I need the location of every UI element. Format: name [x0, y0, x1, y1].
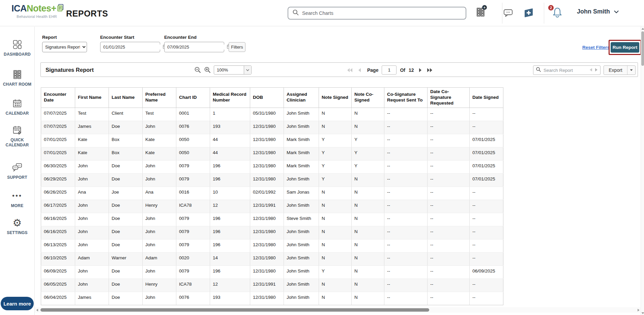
table-cell: John Smith — [284, 252, 319, 265]
first-page-button[interactable] — [347, 67, 353, 73]
table-cell: John — [143, 265, 176, 279]
column-header: Last Name — [109, 88, 143, 108]
table-cell: 07/01/2025 — [41, 134, 75, 147]
table-cell: 196 — [210, 173, 250, 187]
table-cell: -- — [428, 108, 470, 121]
export-button[interactable]: Export — [604, 65, 636, 75]
horizontal-scroll-thumb[interactable] — [40, 308, 429, 312]
new-chart-icon[interactable] — [521, 5, 536, 21]
table-cell: Y — [352, 134, 384, 147]
sidebar-item-chart-room[interactable]: CHART ROOM — [0, 69, 34, 87]
table-cell: 06/05/2025 — [41, 279, 75, 292]
table-cell: Steve Smith — [284, 213, 319, 226]
previous-page-button[interactable] — [356, 67, 362, 73]
table-cell: 07/07/2025 — [41, 121, 75, 134]
table-cell: 12/31/1980 — [250, 173, 284, 187]
scroll-left-arrow[interactable] — [35, 308, 39, 312]
table-cell: Adam — [75, 252, 109, 265]
table-cell: 12/31/1980 — [250, 213, 284, 226]
encounter-start-input[interactable] — [103, 45, 163, 50]
table-cell: 1 — [210, 108, 250, 121]
table-cell: N — [352, 187, 384, 200]
sidebar-item-more[interactable]: ••• MORE — [0, 191, 34, 208]
vertical-scrollbar[interactable] — [641, 27, 644, 315]
column-header: Chart ID — [176, 88, 210, 108]
vertical-scroll-thumb[interactable] — [641, 31, 644, 66]
chart-room-icon — [0, 69, 34, 81]
table-cell: Doe — [109, 173, 143, 187]
table-cell: 07/01/2025 — [41, 147, 75, 160]
table-cell: 0079 — [176, 213, 210, 226]
table-cell: N — [352, 121, 384, 134]
table-cell: John Smith — [284, 239, 319, 252]
column-header: Date Signed — [470, 88, 503, 108]
sidebar-item-label: CALENDAR — [0, 111, 34, 116]
zoom-out-icon[interactable] — [194, 66, 201, 75]
filters-button[interactable]: Filters — [229, 42, 245, 52]
last-page-button[interactable] — [427, 67, 433, 73]
table-cell: -- — [428, 292, 470, 305]
table-cell: 0050 — [176, 134, 210, 147]
table-cell: 12/31/1991 — [250, 200, 284, 213]
zoom-caret-button[interactable] — [244, 66, 251, 74]
table-cell: John — [143, 239, 176, 252]
encounter-end-input[interactable] — [167, 45, 227, 50]
table-cell: 12/31/1991 — [250, 279, 284, 292]
search-report-input[interactable] — [544, 68, 580, 73]
sidebar-item-calendar[interactable]: CALENDAR — [0, 98, 34, 116]
table-cell: N — [352, 173, 384, 187]
scroll-down-arrow[interactable] — [641, 311, 644, 315]
sidebar-item-settings[interactable]: ⚙ SETTINGS — [0, 218, 34, 235]
dashboard-icon — [0, 39, 34, 51]
table-cell: 12/31/1980 — [250, 121, 284, 134]
messages-button[interactable] — [501, 5, 516, 21]
table-cell: -- — [384, 213, 428, 226]
scroll-right-arrow[interactable] — [637, 308, 640, 312]
chart-rack-button[interactable]: + — [473, 5, 488, 21]
table-cell: Y — [319, 265, 352, 279]
sidebar-item-label: CHART ROOM — [0, 82, 34, 87]
zoom-level-select[interactable]: 100% — [214, 65, 252, 75]
next-match-button[interactable] — [595, 67, 598, 73]
next-page-button[interactable] — [417, 67, 423, 73]
report-select[interactable]: Signatures Report — [42, 42, 87, 52]
table-cell: John Smith — [284, 108, 319, 121]
table-cell: -- — [428, 121, 470, 134]
table-cell: N — [319, 187, 352, 200]
export-caret-icon[interactable] — [627, 66, 635, 75]
run-report-button[interactable]: Run Report — [611, 42, 639, 53]
table-cell: 0001 — [176, 108, 210, 121]
table-row: 06/09/2025JohnDoeJohn007919612/31/1980Jo… — [41, 265, 503, 279]
reset-filters-link[interactable]: Reset Filters — [582, 45, 610, 50]
table-cell: John Smith — [284, 279, 319, 292]
page-number-input[interactable] — [382, 65, 397, 75]
notifications-bell-button[interactable]: 2 — [550, 5, 565, 21]
search-charts-input[interactable] — [302, 10, 462, 16]
learn-more-button[interactable]: Learn more — [1, 297, 34, 310]
table-cell: -- — [428, 200, 470, 213]
table-cell: John — [75, 160, 109, 173]
table-cell: Doe — [109, 226, 143, 239]
table-cell: 12/31/1980 — [250, 292, 284, 305]
previous-match-button[interactable] — [589, 67, 592, 73]
table-cell: John — [143, 121, 176, 134]
horizontal-scrollbar[interactable] — [35, 307, 641, 313]
icanotes-logo[interactable]: ICANotes+ Behavioral Health EHR — [11, 3, 62, 19]
zoom-in-icon[interactable] — [204, 66, 211, 75]
sidebar-item-support[interactable]: SUPPORT — [0, 162, 34, 180]
table-cell: Joe — [109, 187, 143, 200]
sidebar-item-quick-calendar[interactable]: QUICK CALENDAR — [0, 125, 34, 148]
user-menu[interactable]: John Smith — [577, 8, 619, 15]
table-cell: Henry — [143, 200, 176, 213]
table-cell: -- — [384, 265, 428, 279]
table-cell: 10 — [210, 187, 250, 200]
table-row: 06/16/2025JohnDoeJohn007919612/31/1980Jo… — [41, 226, 503, 239]
sidebar-item-label: DASHBOARD — [0, 52, 34, 57]
table-cell: John Smith — [284, 292, 319, 305]
report-title: Signatures Report — [46, 67, 94, 73]
table-cell: -- — [470, 292, 503, 305]
scroll-up-arrow[interactable] — [641, 27, 644, 30]
table-cell: 06/16/2025 — [41, 226, 75, 239]
sidebar-item-dashboard[interactable]: DASHBOARD — [0, 39, 34, 57]
table-cell: 06/29/2025 — [41, 173, 75, 187]
